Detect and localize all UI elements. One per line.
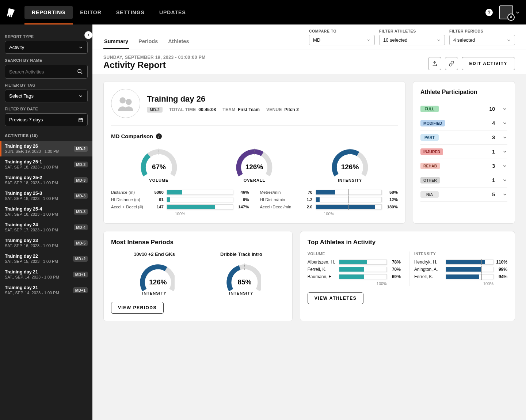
filter-tag-select[interactable]: Select Tags	[5, 90, 88, 102]
period-item: 10v10 +2 End GKs 126% INTENSITY	[134, 251, 175, 295]
activity-list-item[interactable]: Training day 21SAT., SEP. 14, 2023 - 1:0…	[0, 282, 92, 298]
nav-tab-editor[interactable]: EDITOR	[73, 6, 109, 19]
participation-row-rehab[interactable]: REHAB3	[420, 159, 507, 173]
activity-list-item[interactable]: Training day 21SAT., SEP. 14, 2023 - 1:0…	[0, 266, 92, 282]
metric-row: HI Dist m/min1.212%	[260, 197, 398, 202]
search-input-container	[5, 65, 88, 79]
participation-row-part[interactable]: PART3	[420, 130, 507, 145]
athlete-row: Hendryk, H.110%	[414, 260, 507, 265]
svg-point-2	[119, 97, 126, 103]
metric-row: HI Distance (m)919%	[111, 197, 249, 202]
metric-row: Distance (m)508046%	[111, 190, 249, 195]
activity-list-item[interactable]: Training day 25-3SAT. SEP. 18, 2023 - 1:…	[0, 188, 92, 204]
metric-row: Accel+Decel/min2.0180%	[260, 204, 398, 209]
activity-name: Training day 26	[147, 94, 299, 104]
info-icon[interactable]: i	[156, 133, 162, 139]
filter-periods-label: FILTER PERIODS	[449, 29, 515, 33]
intensity-100: 100%	[414, 281, 507, 286]
metric-row: Accel + Decel (#)147147%	[111, 204, 249, 209]
svg-text:67%: 67%	[152, 163, 166, 171]
period-item: Dribble Track Intro 85% INTENSITY	[220, 251, 262, 295]
participation-row-modified[interactable]: MODIFIED4	[420, 116, 507, 130]
svg-rect-1	[79, 118, 83, 121]
athlete-row: Arlington, A.99%	[414, 267, 507, 272]
gauge-volume: 67% VOLUME	[135, 145, 183, 182]
filter-athletes-select[interactable]: 10 selected	[379, 35, 445, 45]
activities-header: ACTIVITIES (10)	[5, 133, 88, 138]
athlete-row: Baumann, F69%	[308, 274, 401, 279]
athlete-row: Albertszen, H.78%	[308, 260, 401, 265]
athlete-row: Ferrell, K.70%	[308, 267, 401, 272]
svg-point-0	[78, 69, 81, 73]
periods-title: Most Intense Periods	[111, 239, 285, 246]
activity-list-item[interactable]: Training day 22SAT. SEP. 15, 2023 - 1:00…	[0, 251, 92, 266]
content-tab-summary[interactable]: Summary	[103, 35, 129, 49]
content-tab-athletes[interactable]: Athletes	[167, 35, 190, 49]
filter-tag-label: FILTER BY TAG	[5, 83, 88, 87]
nav-tab-settings[interactable]: SETTINGS	[109, 6, 152, 19]
avatar-badge: A	[507, 14, 515, 21]
gauge-overall: 126% OVERALL	[230, 145, 278, 182]
metric-row: Metres/min7058%	[260, 190, 398, 195]
athletes-title: Top Athletes in Activity	[308, 239, 507, 246]
upload-button[interactable]	[428, 57, 441, 70]
sidebar: REPORT TYPE Activity SEARCH BY NAME FILT…	[0, 24, 92, 420]
nav-tab-updates[interactable]: UPDATES	[152, 6, 193, 19]
activity-list-item[interactable]: Training day 25-1SAT. SEP. 18, 2023 - 1:…	[0, 156, 92, 172]
header-date: SUNDAY, SEPTEMBER 19, 2023 - 01:00:00 PM	[103, 55, 206, 60]
svg-text:126%: 126%	[341, 163, 359, 171]
calendar-icon	[78, 117, 83, 122]
collapse-sidebar-button[interactable]	[84, 31, 92, 39]
report-type-select[interactable]: Activity	[5, 41, 88, 54]
participation-row-n/a[interactable]: N/A5	[420, 188, 507, 202]
content-area: SummaryPeriodsAthletes COMPARE TO MD FIL…	[92, 24, 526, 420]
filter-athletes-label: FILTER ATHLETES	[379, 29, 445, 33]
svg-text:85%: 85%	[238, 278, 252, 286]
compare-to-select[interactable]: MD	[309, 35, 375, 45]
md-comparison-title: MD Comparison i	[111, 133, 398, 139]
activity-list-item[interactable]: Training day 23SAT. SEP. 16, 2023 - 1:00…	[0, 235, 92, 251]
svg-text:126%: 126%	[149, 278, 167, 286]
page-title: Activity Report	[103, 60, 206, 70]
activity-list-item[interactable]: Training day 25-2SAT. SEP. 18, 2023 - 1:…	[0, 172, 92, 188]
volume-label: VOLUME	[308, 251, 401, 256]
participation-title: Athlete Participation	[420, 89, 507, 95]
help-icon[interactable]: ?	[485, 9, 493, 16]
participation-card: Athlete Participation FULL10MODIFIED4PAR…	[413, 81, 515, 224]
link-button[interactable]	[445, 57, 458, 70]
search-icon[interactable]	[77, 68, 83, 75]
content-tab-periods[interactable]: Periods	[138, 35, 159, 49]
svg-point-3	[126, 99, 132, 105]
team-avatar	[111, 89, 140, 118]
view-athletes-button[interactable]: VIEW ATHLETES	[308, 292, 364, 304]
avatar[interactable]: A	[499, 5, 513, 19]
activity-list-item[interactable]: Training day 24SAT. SEP. 17, 2023 - 1:00…	[0, 219, 92, 235]
volume-100: 100%	[308, 281, 401, 286]
filter-date-label: FILTER BY DATE	[5, 107, 88, 111]
gauge-intensity: 126% INTENSITY	[326, 145, 374, 182]
activity-list-item[interactable]: Training day 25-4SAT. SEP. 18, 2023 - 1:…	[0, 204, 92, 219]
participation-row-full[interactable]: FULL10	[420, 102, 507, 116]
periods-card: Most Intense Periods 10v10 +2 End GKs 12…	[103, 231, 293, 321]
report-type-label: REPORT TYPE	[5, 34, 88, 39]
md-badge: MD-2	[147, 107, 163, 113]
participation-row-injured[interactable]: INJURED1	[420, 145, 507, 159]
filter-periods-select[interactable]: 4 selected	[449, 35, 515, 45]
search-input[interactable]	[9, 69, 77, 75]
nav-tab-reporting[interactable]: REPORTING	[24, 6, 73, 19]
intensity-label: INTENSITY	[414, 251, 507, 256]
athletes-card: Top Athletes in Activity VOLUME Albertsz…	[300, 231, 515, 321]
compare-to-label: COMPARE TO	[309, 29, 375, 33]
logo[interactable]	[5, 7, 17, 18]
filter-date-select[interactable]: Previous 7 days	[5, 113, 88, 126]
summary-card: Training day 26 MD-2 TOTAL TIME 00:45:08…	[103, 81, 405, 224]
edit-activity-button[interactable]: EDIT ACTIVITY	[462, 57, 515, 70]
athlete-row: Ferrell, K.94%	[414, 274, 507, 279]
top-nav: REPORTINGEDITORSETTINGSUPDATES ? A	[0, 0, 526, 24]
chevron-down-icon[interactable]	[515, 10, 521, 15]
activity-list-item[interactable]: Training day 26SUN. SEP. 19, 2023 - 1:00…	[0, 141, 92, 156]
view-periods-button[interactable]: VIEW PERIODS	[111, 302, 164, 314]
participation-row-other[interactable]: OTHER1	[420, 173, 507, 188]
search-label: SEARCH BY NAME	[5, 58, 88, 63]
svg-text:126%: 126%	[245, 163, 263, 171]
